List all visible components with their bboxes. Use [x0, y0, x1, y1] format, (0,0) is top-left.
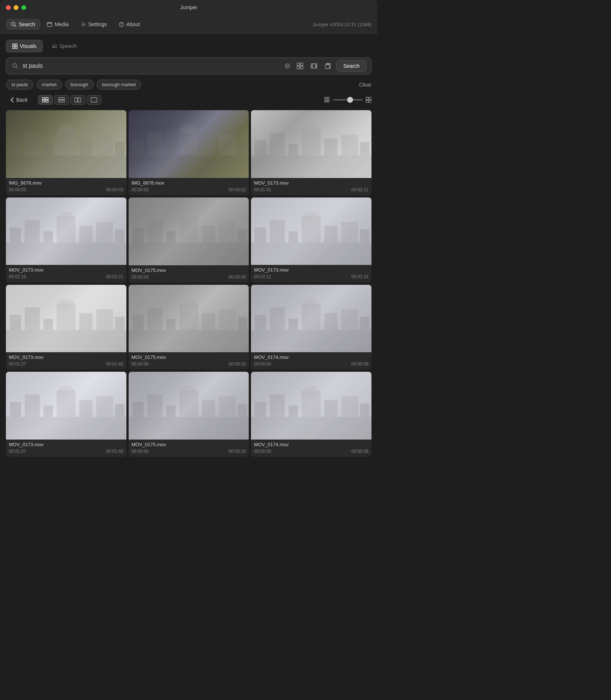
- svg-rect-154: [251, 417, 371, 440]
- video-time-end: 00:00:03: [106, 187, 123, 192]
- chip-borough-market[interactable]: borough market: [97, 80, 141, 90]
- svg-rect-28: [300, 66, 303, 69]
- video-thumbnail: [129, 372, 249, 440]
- video-times: 00:00:06 00:00:16: [132, 449, 246, 454]
- back-button[interactable]: Back: [6, 95, 32, 105]
- svg-rect-89: [115, 230, 125, 243]
- svg-rect-136: [6, 417, 126, 440]
- video-info: MOV_0175.mov 00:00:06 00:00:16: [129, 352, 249, 370]
- close-button[interactable]: [6, 5, 11, 10]
- svg-rect-58: [43, 144, 53, 155]
- app-title: Jumper: [180, 4, 198, 10]
- svg-rect-48: [327, 97, 329, 99]
- clear-button[interactable]: Clear: [359, 82, 371, 88]
- video-time-end: 00:00:08: [351, 449, 369, 454]
- svg-rect-88: [96, 222, 113, 242]
- svg-rect-133: [341, 309, 358, 330]
- video-time-end: 00:00:16: [229, 449, 246, 454]
- svg-rect-98: [238, 230, 247, 243]
- video-time-end: 00:00:16: [229, 361, 246, 367]
- video-filename: MOV_0174.mov: [254, 354, 369, 360]
- svg-rect-83: [10, 227, 21, 242]
- search-input[interactable]: [22, 63, 280, 69]
- video-time-start: 00:00:06: [132, 449, 149, 454]
- video-card[interactable]: IMG_6676.mov 00:00:03 00:00:03: [6, 110, 126, 195]
- video-times: 00:01:41 00:02:11: [254, 187, 369, 192]
- grid-size-slider[interactable]: [333, 99, 363, 101]
- tab-speech[interactable]: Speech: [46, 40, 83, 52]
- svg-line-17: [54, 44, 56, 45]
- tab-visuals[interactable]: Visuals: [6, 40, 43, 52]
- video-times: 00:00:00 00:00:08: [254, 449, 369, 454]
- svg-rect-10: [13, 44, 15, 46]
- video-card[interactable]: MOV_0174.mov 00:00:00 00:00:08: [251, 372, 371, 457]
- video-card[interactable]: MOV_0175.mov 00:00:00 00:00:05: [129, 197, 249, 283]
- svg-rect-145: [129, 417, 249, 440]
- video-card[interactable]: MOV_0173.mov 00:02:12 00:02:14: [251, 197, 371, 283]
- svg-rect-76: [289, 144, 298, 155]
- film-icon-btn[interactable]: [308, 60, 320, 71]
- video-filename: MOV_0173.mov: [9, 267, 123, 273]
- svg-rect-147: [147, 395, 163, 417]
- svg-rect-92: [132, 227, 144, 242]
- svg-rect-38: [42, 98, 45, 99]
- svg-rect-160: [341, 396, 358, 417]
- video-times: 00:01:37 00:01:40: [9, 361, 123, 367]
- grid-icon-btn[interactable]: [294, 60, 306, 71]
- video-times: 00:02:12 00:02:14: [254, 274, 369, 279]
- video-info: IMG_6676.mov 00:00:00 00:00:02: [129, 178, 249, 195]
- nav-media[interactable]: Media: [42, 19, 74, 30]
- svg-rect-64: [129, 155, 249, 178]
- svg-rect-29: [311, 64, 317, 68]
- video-time-end: 00:01:40: [106, 449, 123, 454]
- minimize-button[interactable]: [14, 5, 18, 10]
- view-opt-2[interactable]: [54, 95, 69, 105]
- video-card[interactable]: MOV_0175.mov 00:00:06 00:00:16: [129, 285, 249, 370]
- chip-borough[interactable]: borough: [65, 80, 94, 90]
- svg-rect-100: [251, 242, 371, 265]
- video-card[interactable]: IMG_6676.mov 00:00:00 00:00:02: [129, 110, 249, 195]
- svg-point-81: [304, 125, 319, 133]
- maximize-button[interactable]: [21, 5, 26, 10]
- video-card[interactable]: MOV_0173.mov 00:01:41 00:02:11: [251, 110, 371, 195]
- nav-about[interactable]: About: [114, 19, 145, 30]
- grid-small-icon: [324, 97, 330, 103]
- svg-point-144: [59, 386, 74, 395]
- nav-search[interactable]: Search: [6, 19, 40, 30]
- video-card[interactable]: MOV_0174.mov 00:00:00 00:00:08: [251, 285, 371, 370]
- search-bar-icon[interactable]: [11, 62, 20, 70]
- video-thumbnail: [6, 372, 126, 440]
- video-time-end: 00:01:40: [106, 361, 123, 367]
- svg-rect-132: [324, 313, 338, 330]
- chip-market[interactable]: market: [36, 80, 62, 90]
- svg-rect-137: [10, 402, 21, 417]
- video-time-start: 00:00:06: [132, 361, 149, 367]
- video-card[interactable]: MOV_0173.mov 00:01:37 00:01:40: [6, 285, 126, 370]
- view-opt-1[interactable]: [38, 95, 53, 105]
- chip-st-pauls[interactable]: st pauls: [6, 80, 34, 90]
- video-info: MOV_0174.mov 00:00:00 00:00:08: [251, 352, 371, 370]
- video-card[interactable]: MOV_0175.mov 00:00:06 00:00:16: [129, 372, 249, 457]
- video-time-start: 00:02:15: [9, 274, 26, 279]
- video-card[interactable]: MOV_0173.mov 00:02:15 00:02:21: [6, 197, 126, 283]
- content-area: Visuals Speech: [0, 34, 377, 463]
- nav-left: Search Media Settings About: [6, 19, 145, 30]
- search-button[interactable]: Search: [336, 60, 367, 72]
- svg-rect-41: [46, 100, 48, 102]
- clear-search-icon[interactable]: [283, 62, 291, 70]
- view-opt-3[interactable]: [70, 95, 85, 105]
- svg-rect-42: [59, 98, 64, 99]
- video-filename: IMG_6676.mov: [9, 180, 123, 186]
- svg-rect-94: [166, 231, 176, 243]
- video-thumbnail: [129, 110, 249, 178]
- view-options: [38, 95, 101, 105]
- video-times: 00:00:03 00:00:03: [9, 187, 123, 192]
- svg-rect-156: [270, 394, 285, 417]
- nav-settings[interactable]: Settings: [76, 19, 112, 30]
- video-filename: IMG_6676.mov: [132, 180, 246, 186]
- copy-icon-btn[interactable]: [322, 60, 334, 71]
- video-card[interactable]: MOV_0173.mov 00:01:37 00:01:40: [6, 372, 126, 457]
- video-filename: MOV_0173.mov: [9, 442, 123, 447]
- view-opt-4[interactable]: [87, 95, 101, 105]
- svg-rect-96: [202, 225, 215, 242]
